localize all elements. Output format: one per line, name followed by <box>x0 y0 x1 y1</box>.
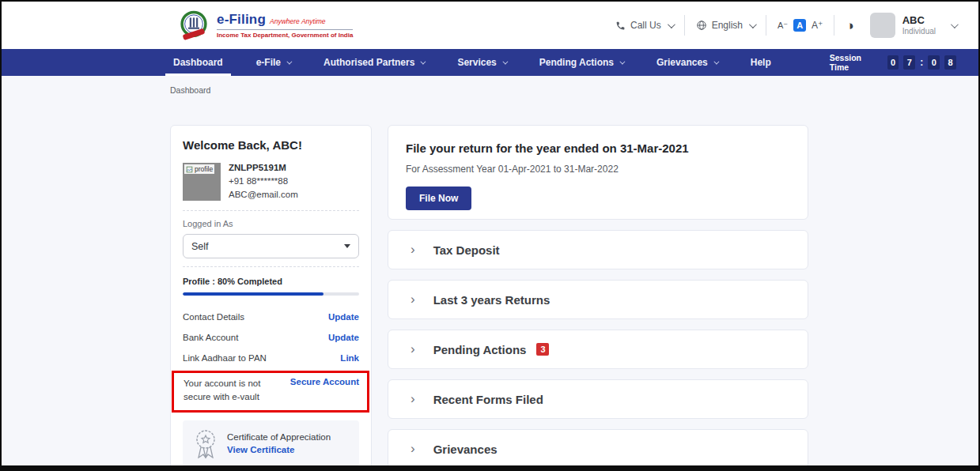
contrast-toggle-icon[interactable]: ◑ <box>846 19 853 32</box>
session-digit: 8 <box>944 55 956 70</box>
language-menu[interactable]: English <box>696 20 755 31</box>
contact-details-label: Contact Details <box>183 312 244 322</box>
main-column: File your return for the year ended on 3… <box>388 125 808 465</box>
globe-icon <box>696 20 707 31</box>
email: ABC@email.com <box>229 190 298 199</box>
chevron-right-icon: › <box>411 342 415 356</box>
accordion-label: Recent Forms Filed <box>433 393 543 406</box>
session-timer: Session Time 0 7 : 0 8 <box>830 49 956 76</box>
chevron-down-icon <box>713 58 719 64</box>
header-controls: Call Us English A⁻ A A⁺ ◑ <box>615 13 956 38</box>
session-separator: : <box>920 57 923 68</box>
divider <box>183 210 359 211</box>
nav-grievances[interactable]: Grievances <box>649 49 725 76</box>
assessment-year-subtitle: For Assessment Year 01-Apr-2021 to 31-Ma… <box>406 164 790 175</box>
accordion-pending-actions[interactable]: › Pending Actions 3 <box>388 330 808 369</box>
efiling-logo: e-Filing Anywhere Anytime Income Tax Dep… <box>177 9 353 42</box>
avatar <box>870 13 895 38</box>
link-aadhaar-label: Link Aadhaar to PAN <box>183 353 267 363</box>
view-certificate-link[interactable]: View Certificate <box>227 445 331 454</box>
chevron-right-icon: › <box>411 442 415 455</box>
accordion-label: Pending Actions <box>433 343 527 356</box>
language-label: English <box>712 20 743 31</box>
nav-authorised-partners-label: Authorised Partners <box>324 57 414 68</box>
accordion-last-3-years-returns[interactable]: › Last 3 years Returns <box>388 280 808 319</box>
accordion-recent-forms-filed[interactable]: › Recent Forms Filed <box>388 379 808 419</box>
nav-authorised-partners[interactable]: Authorised Partners <box>316 49 432 76</box>
logged-in-as-select[interactable]: Self <box>183 234 359 258</box>
medal-icon <box>192 428 219 458</box>
font-increase-button[interactable]: A⁺ <box>812 20 823 31</box>
update-bank-link[interactable]: Update <box>328 333 359 342</box>
page-content: Dashboard Welcome Back, ABC! profile <box>2 76 978 465</box>
chevron-down-icon <box>421 58 426 64</box>
page-frame: e-Filing Anywhere Anytime Income Tax Dep… <box>0 0 980 471</box>
contact-details-row: Contact Details Update <box>183 307 359 327</box>
certificate-title: Certificate of Appreciation <box>227 432 331 442</box>
divider <box>766 15 766 36</box>
profile-summary: profile ZNLPP5191M +91 88******88 ABC@em… <box>183 163 359 201</box>
profile-progress-fill <box>183 292 324 296</box>
logo-department: Income Tax Department, Government of Ind… <box>217 32 353 39</box>
link-aadhaar-link[interactable]: Link <box>340 353 359 363</box>
user-name: ABC <box>902 14 936 27</box>
logo-tagline: Anywhere Anytime <box>270 17 326 25</box>
masked-phone: +91 88******88 <box>229 176 298 186</box>
nav-pending-actions[interactable]: Pending Actions <box>532 49 631 76</box>
profile-image: profile <box>183 163 221 201</box>
chevron-down-icon <box>286 58 292 64</box>
call-us-label: Call Us <box>630 20 661 31</box>
logo-brand: e-Filing <box>217 12 266 28</box>
nav-services[interactable]: Services <box>449 49 513 76</box>
chevron-right-icon: › <box>411 243 415 256</box>
session-digit: 0 <box>928 55 940 70</box>
welcome-card: Welcome Back, ABC! profile ZNLPP5191M +9… <box>170 125 372 465</box>
chevron-right-icon: › <box>411 292 415 306</box>
bank-account-label: Bank Account <box>183 333 238 342</box>
accordion-grievances[interactable]: › Grievances <box>388 429 808 465</box>
govt-emblem-icon <box>177 9 210 42</box>
session-timer-label: Session Time <box>830 53 883 72</box>
file-return-title: File your return for the year ended on 3… <box>406 141 790 155</box>
session-digit: 0 <box>887 55 899 70</box>
logo-text: e-Filing Anywhere Anytime Income Tax Dep… <box>217 12 353 39</box>
logged-in-as-value: Self <box>191 241 209 252</box>
accordion-label: Last 3 years Returns <box>433 293 551 307</box>
update-contact-link[interactable]: Update <box>328 312 359 322</box>
nav-e-file[interactable]: e-File <box>248 49 298 76</box>
call-us-menu[interactable]: Call Us <box>615 20 673 31</box>
pending-actions-count-badge: 3 <box>536 343 549 356</box>
divider <box>834 15 834 36</box>
divider <box>183 266 359 267</box>
user-menu[interactable]: ABC Individual <box>870 13 956 38</box>
broken-image-icon: profile <box>184 164 214 174</box>
chevron-down-icon <box>951 21 959 28</box>
phone-icon <box>615 21 626 31</box>
header: e-Filing Anywhere Anytime Income Tax Dep… <box>2 2 978 49</box>
font-size-controls: A⁻ A A⁺ <box>778 19 823 32</box>
file-now-button[interactable]: File Now <box>406 187 471 210</box>
chevron-down-icon <box>749 21 757 28</box>
nav-dashboard-label: Dashboard <box>173 57 223 68</box>
font-decrease-button[interactable]: A⁻ <box>778 21 788 31</box>
nav-help[interactable]: Help <box>743 49 779 76</box>
chevron-down-icon <box>502 58 508 64</box>
chevron-right-icon: › <box>411 392 415 405</box>
secure-account-link[interactable]: Secure Account <box>290 377 359 386</box>
link-aadhaar-row: Link Aadhaar to PAN Link <box>183 348 359 368</box>
font-normal-button[interactable]: A <box>793 19 806 32</box>
accordion-tax-deposit[interactable]: › Tax Deposit <box>388 230 808 269</box>
nav-dashboard[interactable]: Dashboard <box>165 49 231 76</box>
divider <box>684 15 685 36</box>
secure-account-row-annotation: Your account is not secure with e-vault … <box>172 371 369 413</box>
breadcrumb[interactable]: Dashboard <box>170 85 978 95</box>
profile-image-alt: profile <box>195 165 213 173</box>
pan-number: ZNLPP5191M <box>229 163 298 172</box>
certificate-box: Certificate of Appreciation View Certifi… <box>183 420 359 466</box>
welcome-title: Welcome Back, ABC! <box>183 138 359 152</box>
nav-grievances-label: Grievances <box>656 57 708 68</box>
chevron-down-icon <box>668 21 675 28</box>
user-meta: ABC Individual <box>902 14 936 37</box>
profile-progress-bar <box>183 292 359 296</box>
caret-down-icon <box>344 244 350 248</box>
